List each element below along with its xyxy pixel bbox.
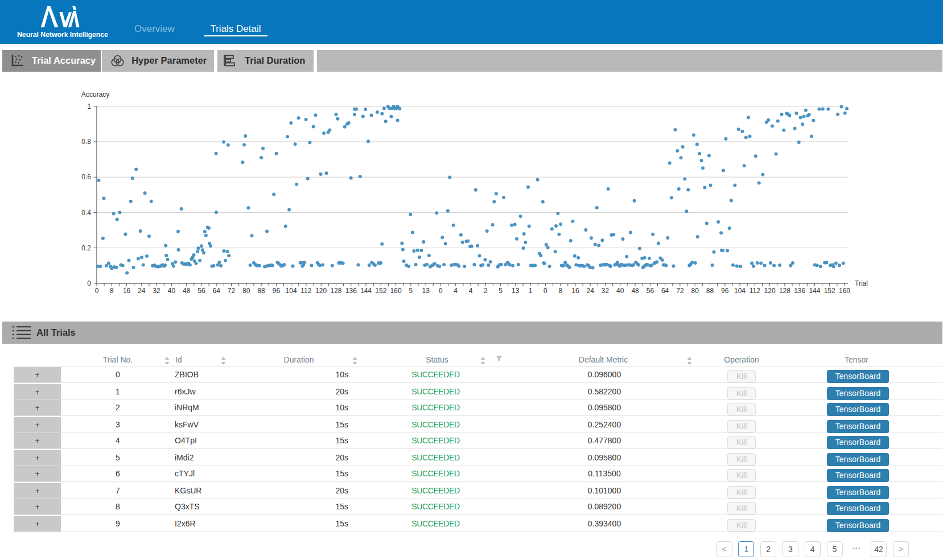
svg-text:104: 104 bbox=[286, 287, 297, 295]
svg-text:0.6: 0.6 bbox=[81, 173, 91, 181]
svg-text:152: 152 bbox=[375, 287, 386, 295]
svg-text:160: 160 bbox=[839, 287, 850, 295]
svg-text:Trial: Trial bbox=[855, 279, 868, 287]
svg-text:128: 128 bbox=[779, 287, 790, 295]
svg-text:112: 112 bbox=[300, 287, 311, 295]
svg-text:88: 88 bbox=[257, 287, 265, 295]
svg-text:32: 32 bbox=[153, 287, 160, 295]
svg-text:0.8: 0.8 bbox=[81, 138, 91, 146]
svg-text:0: 0 bbox=[543, 287, 547, 295]
svg-text:128: 128 bbox=[330, 287, 341, 295]
svg-text:0.4: 0.4 bbox=[81, 209, 91, 217]
svg-text:40: 40 bbox=[168, 287, 176, 295]
svg-text:1: 1 bbox=[87, 102, 91, 110]
svg-text:112: 112 bbox=[750, 287, 760, 295]
svg-text:2: 2 bbox=[484, 287, 488, 295]
svg-text:160: 160 bbox=[390, 287, 402, 295]
svg-text:144: 144 bbox=[360, 287, 372, 295]
svg-text:80: 80 bbox=[691, 287, 699, 295]
svg-text:56: 56 bbox=[197, 287, 205, 295]
svg-text:144: 144 bbox=[809, 287, 820, 295]
svg-text:0: 0 bbox=[439, 287, 443, 295]
svg-text:32: 32 bbox=[602, 287, 610, 295]
svg-text:8: 8 bbox=[110, 287, 114, 295]
svg-text:4: 4 bbox=[469, 287, 473, 295]
svg-text:48: 48 bbox=[631, 287, 639, 295]
svg-text:64: 64 bbox=[213, 287, 221, 295]
svg-text:96: 96 bbox=[721, 287, 729, 295]
svg-text:80: 80 bbox=[242, 287, 250, 295]
svg-text:120: 120 bbox=[764, 287, 776, 295]
svg-text:72: 72 bbox=[228, 287, 236, 295]
svg-text:13: 13 bbox=[422, 287, 430, 295]
svg-text:24: 24 bbox=[138, 287, 146, 295]
svg-text:1: 1 bbox=[529, 287, 533, 295]
svg-text:88: 88 bbox=[706, 287, 714, 295]
svg-text:24: 24 bbox=[587, 287, 595, 295]
svg-text:56: 56 bbox=[646, 287, 654, 295]
svg-text:152: 152 bbox=[824, 287, 835, 295]
svg-text:5: 5 bbox=[499, 287, 503, 295]
svg-text:40: 40 bbox=[616, 287, 624, 295]
svg-text:136: 136 bbox=[794, 287, 805, 295]
svg-text:72: 72 bbox=[676, 287, 684, 295]
svg-text:0: 0 bbox=[95, 287, 99, 295]
svg-text:64: 64 bbox=[661, 287, 669, 295]
svg-text:5: 5 bbox=[409, 287, 413, 295]
svg-text:Accuracy: Accuracy bbox=[81, 90, 109, 98]
svg-text:136: 136 bbox=[345, 287, 357, 295]
svg-text:48: 48 bbox=[183, 287, 191, 295]
svg-text:8: 8 bbox=[558, 287, 562, 295]
svg-text:16: 16 bbox=[571, 287, 579, 295]
svg-text:0: 0 bbox=[87, 279, 91, 287]
svg-text:104: 104 bbox=[734, 287, 746, 295]
svg-text:96: 96 bbox=[273, 287, 281, 295]
svg-text:4: 4 bbox=[454, 287, 458, 295]
svg-text:16: 16 bbox=[123, 287, 131, 295]
svg-text:0.2: 0.2 bbox=[81, 244, 91, 252]
svg-text:13: 13 bbox=[512, 287, 520, 295]
svg-text:120: 120 bbox=[315, 287, 327, 295]
